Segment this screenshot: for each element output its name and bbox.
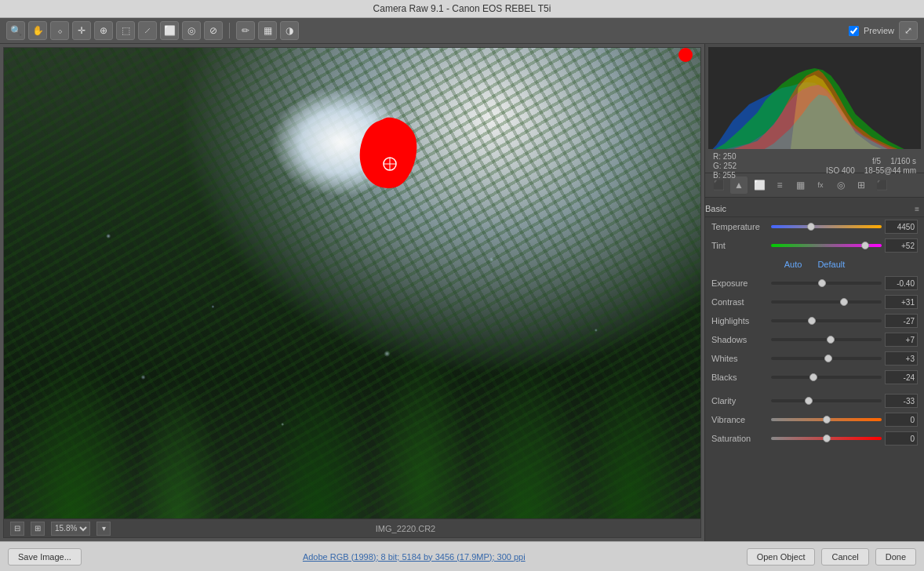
filename-label: IMG_2220.CR2 bbox=[117, 524, 694, 533]
color-info-link[interactable]: Adobe RGB (1998); 8 bit; 5184 by 3456 (1… bbox=[82, 552, 747, 562]
vibrance-label: Vibrance bbox=[711, 415, 768, 424]
whites-row: Whites bbox=[705, 349, 924, 368]
clarity-row: Clarity bbox=[705, 391, 924, 410]
straighten-tool-button[interactable]: ⟋ bbox=[138, 21, 157, 40]
clarity-label: Clarity bbox=[711, 396, 768, 406]
rgb-values: R: 250 G: 252 B: 255 bbox=[713, 152, 737, 180]
save-image-button[interactable]: Save Image... bbox=[8, 548, 82, 566]
histogram-canvas bbox=[708, 47, 921, 149]
contrast-row: Contrast bbox=[705, 293, 924, 311]
title-bar: Camera Raw 9.1 - Canon EOS REBEL T5i bbox=[0, 0, 924, 18]
highlights-label: Highlights bbox=[711, 316, 768, 326]
b-value: B: 255 bbox=[713, 171, 737, 180]
exposure-track[interactable] bbox=[771, 282, 882, 285]
preview-area: Preview ⤢ bbox=[849, 21, 918, 40]
blacks-track[interactable] bbox=[771, 376, 882, 379]
right-panel: R: 250 G: 252 B: 255 f/5 1/160 s ISO 400… bbox=[704, 44, 924, 541]
zoom-select[interactable]: 15.8% bbox=[51, 522, 90, 536]
image-canvas bbox=[4, 48, 700, 518]
spot-removal-tool-button[interactable]: ◎ bbox=[182, 21, 201, 40]
whites-thumb[interactable] bbox=[824, 355, 832, 362]
vibrance-input[interactable] bbox=[885, 413, 918, 427]
white-balance-tool-button[interactable]: ⬦ bbox=[50, 21, 69, 40]
graduated-filter-tool-button[interactable]: ▦ bbox=[258, 21, 277, 40]
adj-brush-tool-button[interactable]: ✏ bbox=[236, 21, 255, 40]
vibrance-track[interactable] bbox=[771, 418, 882, 421]
vibrance-row: Vibrance bbox=[705, 410, 924, 429]
temperature-input[interactable] bbox=[885, 220, 918, 234]
blacks-slider-container bbox=[771, 376, 882, 379]
rgb-info-row: R: 250 G: 252 B: 255 f/5 1/160 s ISO 400… bbox=[708, 149, 921, 181]
dewdrops bbox=[4, 48, 700, 518]
auto-link[interactable]: Auto bbox=[784, 260, 802, 269]
blacks-thumb[interactable] bbox=[809, 373, 817, 381]
tint-thumb[interactable] bbox=[861, 242, 869, 249]
image-statusbar: ⊟ ⊞ 15.8% ▾ IMG_2220.CR2 bbox=[4, 518, 700, 537]
bottom-right-buttons: Open Object Cancel Done bbox=[747, 548, 916, 566]
r-value: R: 250 bbox=[713, 152, 737, 161]
image-panel: ⊟ ⊞ 15.8% ▾ IMG_2220.CR2 bbox=[3, 47, 701, 538]
fstop-value: f/5 bbox=[872, 157, 881, 165]
cancel-button[interactable]: Cancel bbox=[821, 548, 868, 566]
blacks-input[interactable] bbox=[885, 370, 918, 384]
default-link[interactable]: Default bbox=[817, 260, 845, 269]
exposure-label: Exposure bbox=[711, 278, 768, 288]
exposure-row: Exposure bbox=[705, 274, 924, 293]
basic-panel-title: Basic bbox=[705, 204, 726, 213]
done-button[interactable]: Done bbox=[875, 548, 916, 566]
blacks-row: Blacks bbox=[705, 368, 924, 387]
shadows-row: Shadows bbox=[705, 330, 924, 349]
clarity-input[interactable] bbox=[885, 394, 918, 408]
vibrance-slider-container bbox=[771, 418, 882, 421]
saturation-thumb[interactable] bbox=[823, 435, 831, 442]
bottom-bar: Save Image... Adobe RGB (1998); 8 bit; 5… bbox=[0, 541, 924, 571]
temperature-track[interactable] bbox=[771, 225, 882, 228]
highlights-input[interactable] bbox=[885, 314, 918, 328]
whites-input[interactable] bbox=[885, 351, 918, 366]
fullscreen-button[interactable]: ⤢ bbox=[899, 21, 918, 40]
panel-menu-icon[interactable]: ≡ bbox=[915, 205, 924, 213]
clarity-thumb[interactable] bbox=[805, 397, 813, 405]
contrast-label: Contrast bbox=[711, 297, 768, 307]
saturation-input[interactable] bbox=[885, 431, 918, 446]
transform-tool-button[interactable]: ⬜ bbox=[160, 21, 179, 40]
targeted-adj-tool-button[interactable]: ⊕ bbox=[94, 21, 113, 40]
whites-label: Whites bbox=[711, 354, 768, 363]
saturation-track[interactable] bbox=[771, 437, 882, 440]
hand-tool-button[interactable]: ✋ bbox=[28, 21, 47, 40]
histogram-section: R: 250 G: 252 B: 255 f/5 1/160 s ISO 400… bbox=[705, 44, 924, 173]
iso-value: ISO 400 bbox=[826, 166, 855, 175]
histogram-graph bbox=[708, 47, 921, 149]
exposure-thumb[interactable] bbox=[818, 279, 826, 287]
redeye-tool-button[interactable]: ⊘ bbox=[204, 21, 223, 40]
contrast-track[interactable] bbox=[771, 300, 882, 304]
g-value: G: 252 bbox=[713, 162, 737, 170]
clarity-track[interactable] bbox=[771, 399, 882, 402]
highlights-track[interactable] bbox=[771, 319, 882, 322]
statusbar-btn-add[interactable]: ⊞ bbox=[31, 522, 45, 536]
statusbar-btn-left[interactable]: ⊟ bbox=[10, 522, 24, 536]
crop-tool-button[interactable]: ⬚ bbox=[116, 21, 135, 40]
tint-input[interactable] bbox=[885, 238, 918, 253]
whites-track[interactable] bbox=[771, 357, 882, 360]
zoom-tool-button[interactable]: 🔍 bbox=[6, 21, 25, 40]
contrast-thumb[interactable] bbox=[840, 298, 848, 306]
highlights-row: Highlights bbox=[705, 311, 924, 330]
shadows-slider-container bbox=[771, 338, 882, 341]
vibrance-thumb[interactable] bbox=[823, 416, 831, 424]
exposure-input[interactable] bbox=[885, 276, 918, 290]
shadows-input[interactable] bbox=[885, 333, 918, 347]
preview-checkbox[interactable] bbox=[849, 26, 859, 36]
highlights-thumb[interactable] bbox=[808, 317, 816, 325]
tint-track[interactable] bbox=[771, 244, 882, 247]
color-sampler-tool-button[interactable]: ✛ bbox=[72, 21, 91, 40]
whites-slider-container bbox=[771, 357, 882, 360]
temperature-thumb[interactable] bbox=[807, 223, 815, 231]
shadows-track[interactable] bbox=[771, 338, 882, 341]
radial-filter-tool-button[interactable]: ◑ bbox=[280, 21, 299, 40]
contrast-input[interactable] bbox=[885, 295, 918, 309]
open-object-button[interactable]: Open Object bbox=[747, 548, 816, 566]
zoom-dropdown-btn[interactable]: ▾ bbox=[96, 522, 111, 536]
shadows-thumb[interactable] bbox=[827, 336, 835, 344]
highlights-slider-container bbox=[771, 319, 882, 322]
